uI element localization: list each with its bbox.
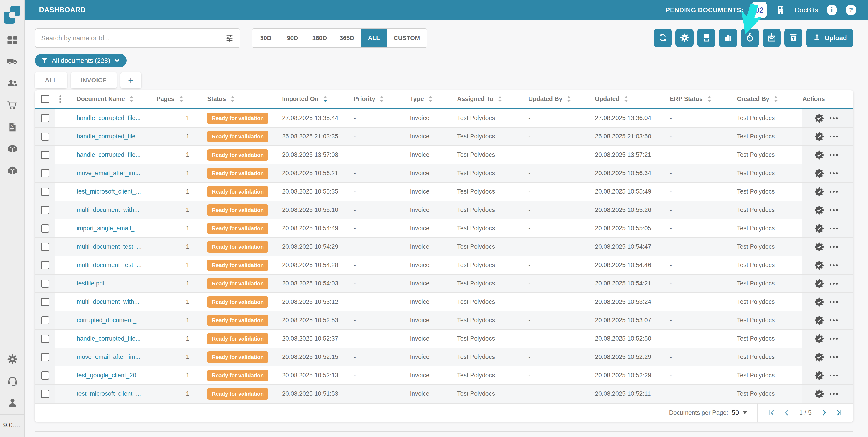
sort-icon[interactable] <box>129 96 133 102</box>
document-link[interactable]: test_microsoft_client_... <box>76 188 141 195</box>
sidebar-item-shipments[interactable] <box>0 56 25 68</box>
date-filter-90d[interactable]: 90D <box>279 29 306 48</box>
validate-badge-icon[interactable] <box>814 113 824 123</box>
row-menu-icon[interactable] <box>830 154 838 156</box>
sort-icon[interactable] <box>323 96 327 102</box>
sidebar-item-orders[interactable] <box>0 100 25 112</box>
settings-button[interactable] <box>676 29 694 47</box>
document-link[interactable]: move_email_after_im... <box>76 170 141 177</box>
app-logo-icon[interactable] <box>4 6 21 24</box>
column-header-updated-by[interactable]: Updated By <box>528 95 595 103</box>
document-link[interactable]: handle_corrupted_file... <box>76 115 141 121</box>
validate-badge-icon[interactable] <box>814 352 824 362</box>
document-link[interactable]: corrupted_document_... <box>76 317 141 324</box>
search-input[interactable] <box>41 34 225 42</box>
info-icon[interactable]: i <box>827 5 837 15</box>
sort-icon[interactable] <box>380 96 384 102</box>
row-menu-icon[interactable] <box>830 246 838 248</box>
sort-icon[interactable] <box>428 96 432 102</box>
row-menu-icon[interactable] <box>830 283 838 285</box>
validate-badge-icon[interactable] <box>814 224 824 233</box>
row-checkbox[interactable] <box>41 335 49 343</box>
validate-badge-icon[interactable] <box>814 389 824 399</box>
select-all-checkbox[interactable] <box>41 95 49 103</box>
row-menu-icon[interactable] <box>830 319 838 321</box>
validate-badge-icon[interactable] <box>814 260 824 270</box>
row-menu-icon[interactable] <box>830 136 838 138</box>
document-link[interactable]: multi_document_test_... <box>76 262 142 268</box>
date-filter-custom[interactable]: CUSTOM <box>387 29 427 48</box>
sort-icon[interactable] <box>230 96 235 102</box>
validate-badge-icon[interactable] <box>814 132 824 142</box>
row-checkbox[interactable] <box>41 390 49 398</box>
row-menu-icon[interactable] <box>830 301 838 303</box>
import-mail-button[interactable] <box>763 29 781 47</box>
date-filter-30d[interactable]: 30D <box>252 29 279 48</box>
document-link[interactable]: handle_corrupted_file... <box>76 151 141 158</box>
sort-icon[interactable] <box>567 96 571 102</box>
document-scanner-button[interactable] <box>697 29 715 47</box>
column-header-document-name[interactable]: Document Name <box>76 95 156 103</box>
sidebar-item-profile[interactable] <box>0 397 25 409</box>
column-header-pages[interactable]: Pages <box>156 95 207 103</box>
row-menu-icon[interactable] <box>830 264 838 266</box>
document-link[interactable]: import_single_email_... <box>76 225 140 232</box>
last-page-button[interactable] <box>835 409 843 417</box>
document-link[interactable]: handle_corrupted_file... <box>76 335 141 342</box>
row-menu-icon[interactable] <box>830 209 838 211</box>
first-page-button[interactable] <box>768 409 776 417</box>
tab-all[interactable]: ALL <box>35 72 67 88</box>
row-checkbox[interactable] <box>41 353 49 361</box>
document-link[interactable]: move_email_after_im... <box>76 353 141 360</box>
row-checkbox[interactable] <box>41 206 49 214</box>
row-checkbox[interactable] <box>41 372 49 380</box>
date-filter-180d[interactable]: 180D <box>306 29 333 48</box>
document-link[interactable]: multi_document_with... <box>76 298 139 305</box>
tab-invoice[interactable]: INVOICE <box>71 72 117 88</box>
sidebar-item-users[interactable] <box>0 78 25 90</box>
sidebar-item-settings[interactable] <box>0 353 25 366</box>
row-menu-icon[interactable] <box>830 375 838 376</box>
row-checkbox[interactable] <box>41 316 49 324</box>
document-link[interactable]: handle_corrupted_file... <box>76 133 141 140</box>
validate-badge-icon[interactable] <box>814 187 824 197</box>
row-checkbox[interactable] <box>41 114 49 122</box>
validate-badge-icon[interactable] <box>814 334 824 344</box>
row-menu-icon[interactable] <box>830 117 838 119</box>
help-icon[interactable]: ? <box>846 5 856 15</box>
validate-badge-icon[interactable] <box>814 150 824 160</box>
tune-filter-icon[interactable] <box>225 34 234 43</box>
row-menu-icon[interactable] <box>830 356 838 358</box>
column-header-erp-status[interactable]: ERP Status <box>670 95 737 103</box>
validate-badge-icon[interactable] <box>814 279 824 289</box>
row-checkbox[interactable] <box>41 133 49 141</box>
column-header-imported-on[interactable]: Imported On <box>282 95 354 103</box>
validate-badge-icon[interactable] <box>814 297 824 307</box>
pending-count-badge[interactable]: 02 <box>752 2 767 18</box>
row-menu-icon[interactable] <box>830 338 838 340</box>
row-checkbox[interactable] <box>41 169 49 177</box>
validate-badge-icon[interactable] <box>814 242 824 252</box>
row-menu-icon[interactable] <box>830 191 838 193</box>
document-link[interactable]: multi_document_test_... <box>76 243 142 250</box>
row-checkbox[interactable] <box>41 187 49 196</box>
sort-icon[interactable] <box>774 96 778 102</box>
add-tab-button[interactable]: + <box>120 72 142 88</box>
row-checkbox[interactable] <box>41 243 49 251</box>
column-header-created-by[interactable]: Created By <box>737 95 803 103</box>
next-page-button[interactable] <box>820 409 828 417</box>
row-menu-icon[interactable] <box>830 393 838 395</box>
validate-badge-icon[interactable] <box>814 371 824 380</box>
date-filter-all[interactable]: ALL <box>361 29 387 48</box>
column-header-assigned-to[interactable]: Assigned To <box>457 95 528 103</box>
sort-icon[interactable] <box>624 96 628 102</box>
document-link[interactable]: test_microsoft_client_... <box>76 390 141 397</box>
validate-badge-icon[interactable] <box>814 168 824 178</box>
sidebar-item-support[interactable] <box>0 375 25 387</box>
row-checkbox[interactable] <box>41 261 49 269</box>
document-link[interactable]: testfile.pdf <box>76 280 104 287</box>
row-checkbox[interactable] <box>41 298 49 306</box>
sort-icon[interactable] <box>707 96 711 102</box>
document-link[interactable]: test_google_client_20... <box>76 372 141 379</box>
document-link[interactable]: multi_document_with... <box>76 206 139 213</box>
